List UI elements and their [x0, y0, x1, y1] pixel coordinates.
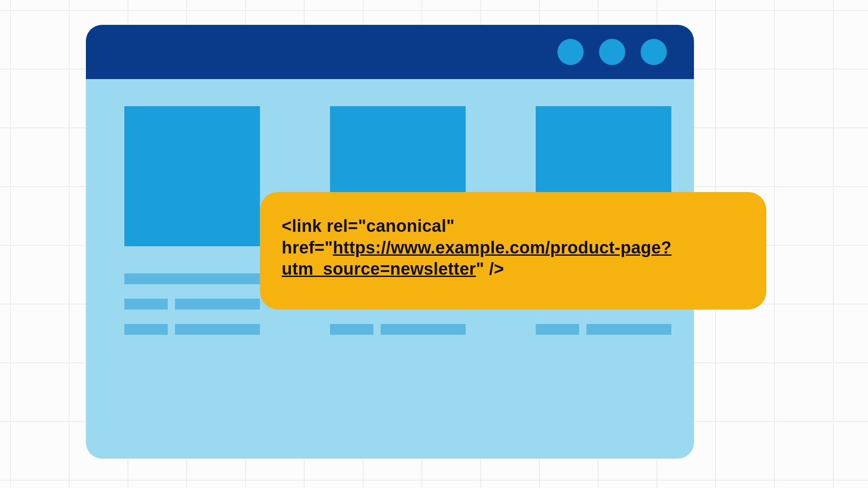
placeholder-bar	[381, 324, 466, 335]
placeholder-bar	[175, 299, 260, 310]
content-card	[124, 106, 260, 349]
placeholder-bar	[330, 324, 373, 335]
placeholder-bar	[124, 273, 260, 284]
window-control-close[interactable]	[641, 39, 667, 65]
code-callout: <link rel="canonical" href="https://www.…	[260, 192, 766, 310]
placeholder-bar	[586, 324, 671, 335]
card-image-placeholder	[124, 106, 260, 246]
window-control-minimize[interactable]	[557, 39, 584, 65]
placeholder-bar	[536, 324, 579, 335]
browser-titlebar	[86, 25, 694, 79]
placeholder-bar	[124, 324, 168, 335]
placeholder-bar	[124, 299, 168, 310]
window-control-maximize[interactable]	[599, 39, 625, 65]
code-suffix: " />	[476, 259, 504, 278]
placeholder-bar	[175, 324, 260, 335]
